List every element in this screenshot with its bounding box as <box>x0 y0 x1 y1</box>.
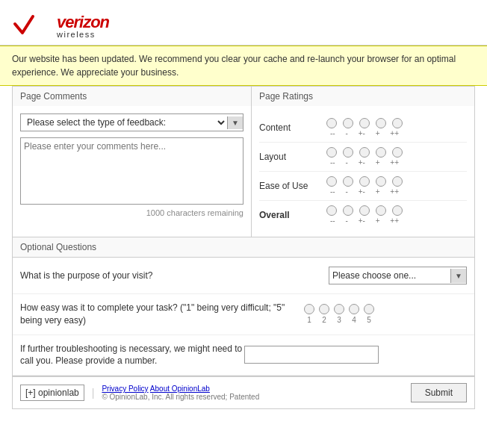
rating-label-ease: Ease of Use <box>259 181 326 191</box>
task-radio-4[interactable] <box>349 304 359 314</box>
logo-container: verizon wireless <box>12 9 475 39</box>
comments-textarea[interactable] <box>20 137 244 205</box>
rating-radio-overall-1[interactable] <box>326 205 337 216</box>
labels-row-ease: -- - +- + ++ <box>326 187 403 196</box>
rating-circles-layout: -- - +- + ++ <box>326 147 403 167</box>
alert-banner: Our website has been updated. We recomme… <box>0 46 487 86</box>
task-radio-5[interactable] <box>364 304 374 314</box>
circles-row-content <box>326 118 403 128</box>
feedback-select-wrapper[interactable]: Please select the type of feedback: ▼ <box>20 113 244 131</box>
purpose-answer: Please choose one... Research Purchase S… <box>329 267 467 284</box>
phone-input-wrapper <box>244 346 379 364</box>
purpose-question-text: What is the purpose of your visit? <box>20 270 329 282</box>
footer-links-row: Privacy Policy About OpinionLab <box>102 385 259 393</box>
labels-row-overall: -- - +- + ++ <box>326 217 403 225</box>
task-radio-1[interactable] <box>304 304 314 314</box>
select-dropdown-arrow-icon[interactable]: ▼ <box>227 116 243 129</box>
rating-circles-content: -- - +- + ++ <box>326 118 403 137</box>
rating-radio-layout-3[interactable] <box>359 147 370 158</box>
phone-number-input[interactable] <box>244 346 379 364</box>
rating-circles-overall: -- - +- + ++ <box>326 205 403 225</box>
wireless-text: wireless <box>57 31 109 39</box>
rating-row-overall: Overall -- - +- + ++ <box>259 201 467 229</box>
rating-radio-ease-2[interactable] <box>343 176 353 187</box>
rating-label-overall: Overall <box>259 210 326 220</box>
task-radio-2[interactable] <box>319 304 329 314</box>
circles-row-layout <box>326 147 403 158</box>
rating-radio-overall-5[interactable] <box>392 205 403 216</box>
submit-button[interactable]: Submit <box>411 383 467 402</box>
task-question-text: How easy was it to complete your task? (… <box>20 302 304 327</box>
task-circles <box>304 304 374 314</box>
rating-radio-ease-5[interactable] <box>392 176 403 187</box>
footer-copyright: © OpinionLab, Inc. All rights reserved; … <box>102 393 259 401</box>
phone-question-text: If further troubleshooting is necessary,… <box>20 343 244 368</box>
optional-header: Optional Questions <box>13 237 474 258</box>
circles-row-ease <box>326 176 403 187</box>
rating-label-content: Content <box>259 122 326 133</box>
circles-row-overall <box>326 205 403 216</box>
footer-links: Privacy Policy About OpinionLab © Opinio… <box>102 385 259 401</box>
rating-row-ease: Ease of Use -- - +- + ++ <box>259 172 467 201</box>
rating-radio-content-3[interactable] <box>359 118 370 128</box>
rating-radio-overall-2[interactable] <box>343 205 353 216</box>
optional-row-purpose: What is the purpose of your visit? Pleas… <box>13 258 474 294</box>
optional-row-task: How easy was it to complete your task? (… <box>13 294 474 335</box>
about-opinionlab-link[interactable]: About OpinionLab <box>150 385 210 393</box>
page-ratings-header: Page Ratings <box>252 87 474 106</box>
rating-radio-overall-3[interactable] <box>359 205 370 216</box>
opinionlab-badge[interactable]: [+] opinionlab <box>20 385 84 401</box>
header: verizon wireless <box>0 0 487 46</box>
labels-row-content: -- - +- + ++ <box>326 129 403 137</box>
labels-row-layout: -- - +- + ++ <box>326 158 403 167</box>
footer-left: [+] opinionlab | Privacy Policy About Op… <box>20 385 259 401</box>
alert-text: Our website has been updated. We recomme… <box>12 54 456 78</box>
optional-row-phone: If further troubleshooting is necessary,… <box>13 335 474 376</box>
rating-row-layout: Layout -- - +- + ++ <box>259 143 467 172</box>
rating-radio-content-1[interactable] <box>326 118 337 128</box>
char-count: 1000 characters remaining <box>20 208 244 217</box>
task-radio-group: 1 2 3 4 5 <box>304 304 374 324</box>
feedback-type-select[interactable]: Please select the type of feedback: <box>21 114 227 131</box>
verizon-checkmark-icon <box>12 9 57 39</box>
page-comments-header: Page Comments <box>13 87 252 106</box>
rating-radio-layout-2[interactable] <box>343 147 353 158</box>
rating-radio-layout-5[interactable] <box>392 147 403 158</box>
purpose-dropdown-select[interactable]: Please choose one... Research Purchase S… <box>329 267 450 284</box>
purpose-dropdown-wrapper[interactable]: Please choose one... Research Purchase S… <box>329 267 467 284</box>
purpose-dropdown-arrow-icon[interactable]: ▼ <box>450 269 466 283</box>
rating-circles-ease: -- - +- + ++ <box>326 176 403 196</box>
privacy-policy-link[interactable]: Privacy Policy <box>102 385 148 393</box>
rating-radio-content-5[interactable] <box>392 118 403 128</box>
task-labels: 1 2 3 4 5 <box>304 316 374 324</box>
footer: [+] opinionlab | Privacy Policy About Op… <box>12 376 475 409</box>
right-panel: Content -- - +- + ++ Lay <box>252 106 474 237</box>
rating-radio-ease-3[interactable] <box>359 176 370 187</box>
left-panel: Please select the type of feedback: ▼ 10… <box>13 106 252 237</box>
rating-radio-ease-1[interactable] <box>326 176 337 187</box>
rating-radio-overall-4[interactable] <box>376 205 386 216</box>
rating-radio-content-4[interactable] <box>376 118 386 128</box>
rating-radio-layout-1[interactable] <box>326 147 337 158</box>
verizon-brand-text: verizon <box>57 14 109 31</box>
rating-row-content: Content -- - +- + ++ <box>259 113 467 143</box>
section-headers: Page Comments Page Ratings <box>12 86 475 106</box>
main-two-col: Please select the type of feedback: ▼ 10… <box>12 106 475 237</box>
rating-radio-ease-4[interactable] <box>376 176 386 187</box>
optional-section: Optional Questions What is the purpose o… <box>12 237 475 376</box>
rating-radio-content-2[interactable] <box>343 118 353 128</box>
task-radio-3[interactable] <box>334 304 344 314</box>
rating-label-layout: Layout <box>259 152 326 162</box>
footer-divider: | <box>92 387 95 399</box>
rating-radio-layout-4[interactable] <box>376 147 386 158</box>
